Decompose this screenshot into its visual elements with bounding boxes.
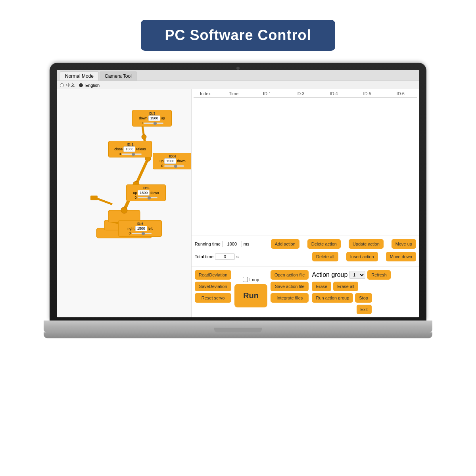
- action-group-row: Action group 1 2 3 Refresh: [312, 270, 416, 280]
- action-group-select[interactable]: 1 2 3: [349, 271, 365, 279]
- right-controls: Action group 1 2 3 Refresh Erase: [312, 270, 416, 314]
- total-time-unit: s: [236, 254, 239, 259]
- lang-chinese-group[interactable]: 中文: [60, 82, 75, 88]
- total-time-info: Total time s: [195, 253, 239, 260]
- erase-row: Erase Erase all: [312, 282, 416, 291]
- svg-line-5: [136, 159, 148, 184]
- language-bar: 中文 English: [57, 81, 419, 89]
- run-group-row: Run action group Stop: [312, 293, 416, 303]
- col-id1: ID:1: [250, 91, 284, 96]
- total-time-label: Total time: [195, 254, 213, 259]
- title-banner: PC Software Control: [141, 20, 335, 51]
- laptop-base: [44, 321, 432, 332]
- exit-button[interactable]: Exit: [357, 305, 372, 314]
- save-action-file-button[interactable]: Save action file: [271, 282, 309, 291]
- stop-button[interactable]: Stop: [355, 293, 372, 303]
- table-header: Index Time ID:1 ID:3 ID:4 ID:5 ID:6: [194, 91, 417, 98]
- svg-point-11: [142, 134, 146, 139]
- col-id6: ID:6: [384, 91, 417, 96]
- col-id5: ID:5: [351, 91, 384, 96]
- lang-english-group[interactable]: English: [79, 83, 100, 88]
- move-down-button[interactable]: Move down: [386, 252, 416, 261]
- erase-button[interactable]: Erase: [312, 282, 331, 291]
- robot-panel: ID:3 down 1500 up 0: [57, 89, 192, 317]
- middle-controls: Loop Run: [234, 270, 267, 314]
- servo-block-id6: ID:6 right 1500 left 0: [118, 220, 162, 237]
- control-panel: Index Time ID:1 ID:3 ID:4 ID:5 ID:6: [192, 89, 419, 317]
- total-time-input[interactable]: [215, 253, 235, 260]
- update-action-button[interactable]: Update action: [349, 239, 384, 249]
- col-index: Index: [194, 91, 217, 96]
- read-deviation-button[interactable]: ReadDeviation: [195, 270, 231, 280]
- run-action-group-button[interactable]: Run action group: [312, 293, 353, 303]
- running-time-row: Running time ms: [195, 241, 250, 247]
- col-id3: ID:3: [284, 91, 317, 96]
- servo-block-id5: ID:5 up 1500 down 0: [126, 184, 166, 201]
- lang-english-label: English: [85, 83, 100, 88]
- delete-all-button[interactable]: Delete all: [312, 252, 338, 261]
- loop-check[interactable]: Loop: [243, 277, 259, 282]
- tab-normal-mode[interactable]: Normal Mode: [60, 71, 99, 81]
- laptop-screen: Normal Mode Camera Tool 中文 English: [50, 63, 426, 321]
- main-content: ID:3 down 1500 up 0: [57, 89, 419, 317]
- running-info: Running time ms Add action Delete action…: [195, 239, 416, 249]
- loop-checkbox[interactable]: [243, 277, 248, 282]
- total-time-row: Total time s Delete all Insert action Mo…: [195, 252, 416, 261]
- col-time: Time: [217, 91, 250, 96]
- svg-point-8: [121, 207, 127, 213]
- camera-dot: [236, 67, 240, 70]
- action-area: Running time ms Add action Delete action…: [192, 236, 419, 267]
- action-group-label: Action group: [312, 271, 347, 278]
- servo-block-id3: ID:3 down 1500 up 0: [132, 110, 172, 127]
- screen-inner: Normal Mode Camera Tool 中文 English: [57, 70, 419, 317]
- bottom-controls: ReadDeviation SaveDeviation Reset servo …: [192, 267, 419, 317]
- refresh-button[interactable]: Refresh: [367, 270, 391, 280]
- running-time-unit: ms: [244, 242, 250, 246]
- loop-label: Loop: [250, 277, 259, 282]
- insert-action-button[interactable]: Insert action: [346, 252, 378, 261]
- col-id4: ID:4: [317, 91, 350, 96]
- page-title: PC Software Control: [165, 27, 311, 44]
- data-table: Index Time ID:1 ID:3 ID:4 ID:5 ID:6: [192, 89, 419, 236]
- add-action-button[interactable]: Add action: [271, 239, 299, 249]
- tab-camera-tool[interactable]: Camera Tool: [100, 71, 137, 81]
- software-ui: Normal Mode Camera Tool 中文 English: [57, 70, 419, 317]
- save-deviation-button[interactable]: SaveDeviation: [195, 282, 231, 291]
- exit-row: Exit: [312, 305, 416, 314]
- erase-all-button[interactable]: Erase all: [333, 282, 358, 291]
- servo-block-id1: ID:1 close 1500 releas 0: [108, 141, 152, 157]
- reset-servo-button[interactable]: Reset servo: [195, 293, 231, 303]
- radio-english[interactable]: [79, 83, 83, 87]
- run-button[interactable]: Run: [234, 284, 267, 307]
- open-action-file-button[interactable]: Open action file: [271, 270, 309, 280]
- file-controls: Open action file Save action file Integr…: [271, 270, 309, 314]
- delete-action-button[interactable]: Delete action: [307, 239, 341, 249]
- lang-chinese-label: 中文: [66, 82, 75, 88]
- tabs-bar: Normal Mode Camera Tool: [57, 70, 419, 81]
- radio-chinese[interactable]: [60, 83, 64, 87]
- move-up-button[interactable]: Move up: [392, 239, 416, 249]
- running-time-label: Running time: [195, 242, 221, 246]
- integrate-files-button[interactable]: Integrate files: [271, 293, 309, 303]
- svg-line-14: [96, 198, 112, 204]
- servo-block-id4: ID:4 up 1500 down 0: [153, 153, 192, 169]
- left-controls: ReadDeviation SaveDeviation Reset servo: [195, 270, 231, 314]
- laptop-wrapper: Normal Mode Camera Tool 中文 English: [50, 63, 426, 388]
- svg-rect-15: [90, 196, 98, 200]
- running-time-input[interactable]: [222, 241, 242, 247]
- laptop-foot: [44, 332, 432, 338]
- robot-diagram: ID:3 down 1500 up 0: [57, 93, 192, 260]
